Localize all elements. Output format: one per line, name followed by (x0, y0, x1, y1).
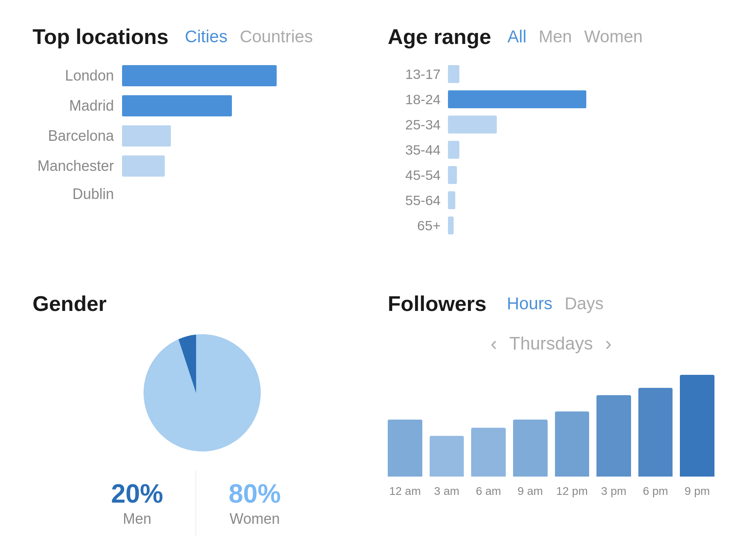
pie-chart-container (33, 328, 359, 458)
next-day-button[interactable]: › (605, 332, 612, 354)
age-bar-row: 65+ (388, 217, 714, 234)
top-locations-tabs: Cities Countries (185, 27, 313, 46)
age-bar (448, 65, 459, 83)
top-locations-title: Top locations (33, 24, 168, 49)
age-label: 25-34 (388, 117, 441, 133)
locations-bar-chart: LondonMadridBarcelonaManchesterDublin (33, 65, 359, 203)
gender-stat-men: 20% Men (79, 470, 196, 536)
gender-title: Gender (33, 291, 347, 316)
age-bar-row: 55-64 (388, 191, 714, 209)
age-bar-chart: 13-1718-2425-3435-4445-5455-6465+ (388, 65, 714, 234)
age-range-panel: Age range All Men Women 13-1718-2425-343… (380, 16, 723, 271)
location-label: Barcelona (33, 127, 114, 144)
followers-col (430, 436, 464, 477)
gender-panel: Gender 20% Men 80% Women (24, 283, 367, 544)
followers-x-label: 12 am (388, 485, 422, 498)
followers-x-label: 12 pm (555, 485, 590, 498)
location-bar (122, 95, 232, 116)
age-bar-row: 35-44 (388, 141, 714, 159)
women-percentage: 80% (229, 479, 281, 509)
followers-col (596, 395, 631, 477)
tab-countries[interactable]: Countries (240, 27, 313, 46)
age-label: 65+ (388, 218, 441, 234)
followers-bar (680, 375, 714, 477)
followers-x-axis: 12 am3 am6 am9 am12 pm3 pm6 pm9 pm (388, 485, 714, 498)
gender-stats: 20% Men 80% Women (33, 470, 359, 536)
age-bar-row: 13-17 (388, 65, 714, 83)
location-bar-row: Dublin (33, 186, 359, 203)
age-bar (448, 166, 457, 184)
location-bar-row: Barcelona (33, 125, 359, 147)
followers-bar (596, 395, 631, 477)
location-label: Manchester (33, 158, 114, 175)
age-bar-row: 45-54 (388, 166, 714, 184)
followers-title: Followers (388, 291, 487, 316)
age-range-tabs: All Men Women (507, 27, 642, 46)
age-bar (448, 116, 497, 133)
followers-x-label: 3 am (430, 485, 464, 498)
followers-header: Followers Hours Days (388, 291, 714, 316)
followers-tabs: Hours Days (507, 294, 604, 313)
women-label: Women (229, 510, 281, 527)
location-bar (122, 125, 171, 147)
women-slice (143, 334, 260, 451)
followers-bar-chart (388, 367, 714, 481)
age-bar-row: 25-34 (388, 116, 714, 133)
age-label: 35-44 (388, 142, 441, 158)
followers-bar (471, 428, 506, 477)
tab-days[interactable]: Days (565, 294, 604, 313)
current-day: Thursdays (509, 333, 593, 354)
location-bar (122, 155, 165, 177)
location-bar-row: Manchester (33, 155, 359, 177)
location-bar-row: London (33, 65, 359, 86)
followers-col (471, 428, 506, 477)
followers-col (388, 420, 422, 477)
prev-day-button[interactable]: ‹ (491, 332, 497, 354)
location-bar-row: Madrid (33, 95, 359, 116)
men-percentage: 20% (111, 479, 163, 509)
followers-bar (430, 436, 464, 477)
followers-col (555, 411, 590, 477)
followers-bar (555, 411, 590, 477)
day-navigation: ‹ Thursdays › (388, 332, 714, 354)
age-label: 45-54 (388, 167, 441, 183)
followers-col (513, 420, 548, 477)
tab-women[interactable]: Women (584, 27, 643, 46)
top-locations-panel: Top locations Cities Countries LondonMad… (24, 16, 367, 271)
men-label: Men (111, 510, 163, 527)
followers-bar (638, 388, 673, 477)
age-range-title: Age range (388, 24, 491, 49)
age-bar (448, 217, 454, 234)
tab-all[interactable]: All (507, 27, 526, 46)
gender-stat-women: 80% Women (196, 470, 313, 536)
age-bar (448, 90, 586, 108)
age-label: 18-24 (388, 92, 441, 107)
tab-hours[interactable]: Hours (507, 294, 553, 313)
age-bar (448, 141, 459, 159)
followers-panel: Followers Hours Days ‹ Thursdays › 12 am… (380, 283, 723, 544)
followers-col (680, 375, 714, 477)
followers-x-label: 6 pm (638, 485, 673, 498)
age-label: 55-64 (388, 192, 441, 208)
followers-bar (513, 420, 548, 477)
location-label: Madrid (33, 97, 114, 114)
followers-x-label: 9 pm (680, 485, 714, 498)
followers-bar (388, 420, 422, 477)
age-bar (448, 191, 455, 209)
gender-pie-chart (131, 328, 261, 458)
followers-x-label: 6 am (471, 485, 506, 498)
tab-men[interactable]: Men (539, 27, 572, 46)
tab-cities[interactable]: Cities (185, 27, 227, 46)
age-label: 13-17 (388, 66, 441, 82)
location-label: London (33, 67, 114, 84)
location-bar (122, 65, 277, 86)
age-bar-row: 18-24 (388, 90, 714, 108)
followers-x-label: 3 pm (596, 485, 631, 498)
followers-col (638, 388, 673, 477)
location-label: Dublin (33, 186, 114, 203)
followers-x-label: 9 am (513, 485, 548, 498)
